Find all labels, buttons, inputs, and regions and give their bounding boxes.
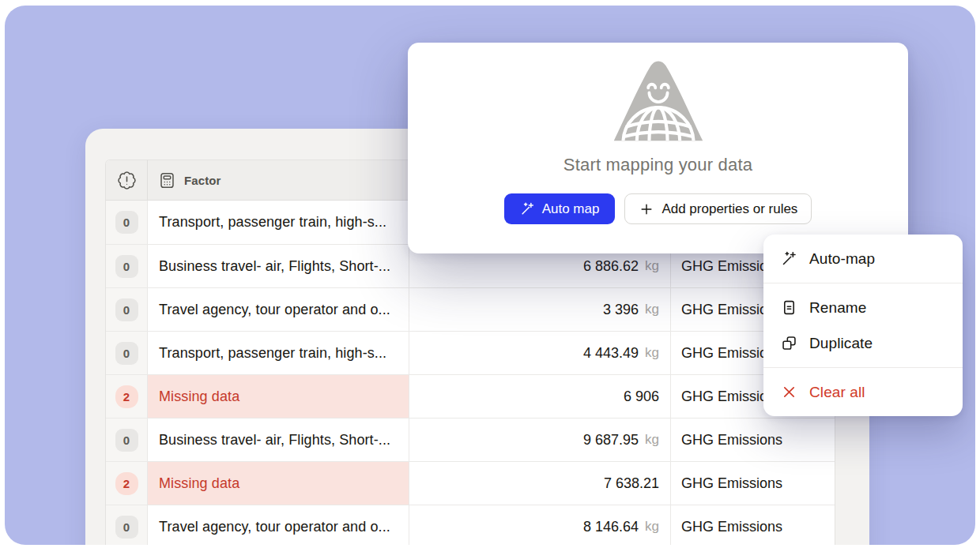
category-text: GHG Emissions bbox=[681, 432, 782, 449]
auto-map-button[interactable]: Auto map bbox=[504, 193, 616, 224]
magic-wand-icon bbox=[781, 250, 797, 267]
row-category-cell[interactable]: GHG Emissions bbox=[671, 505, 835, 545]
alert-count-badge: 0 bbox=[115, 429, 138, 452]
alert-count-badge: 0 bbox=[115, 516, 138, 539]
alert-count-badge: 2 bbox=[115, 472, 138, 495]
copy-icon bbox=[781, 335, 797, 351]
value-text: 6 906 bbox=[624, 388, 659, 405]
unit-text: kg bbox=[645, 302, 659, 317]
alert-count-badge: 0 bbox=[115, 298, 138, 321]
row-value-cell[interactable]: 7 638.21 bbox=[409, 462, 671, 505]
start-mapping-modal: Start mapping your data Auto map bbox=[408, 43, 908, 253]
factor-text: Missing data bbox=[159, 475, 239, 492]
row-factor-cell[interactable]: Missing data bbox=[148, 462, 409, 505]
factor-text: Travel agency, tour operator and o... bbox=[159, 519, 390, 535]
menu-item-label: Auto-map bbox=[809, 250, 875, 268]
row-factor-cell[interactable]: Missing data bbox=[148, 375, 409, 418]
row-alert-cell: 0 bbox=[106, 505, 148, 545]
value-text: 6 886.62 bbox=[583, 258, 639, 275]
menu-item-clear-all[interactable]: Clear all bbox=[763, 374, 963, 410]
row-alert-cell: 0 bbox=[106, 288, 148, 331]
context-menu: Auto-map Rename bbox=[763, 235, 963, 416]
row-value-cell[interactable]: 9 687.95 kg bbox=[409, 419, 671, 461]
value-text: 9 687.95 bbox=[583, 432, 639, 449]
modal-actions: Auto map Add properties or rules bbox=[408, 193, 908, 224]
table-row[interactable]: 0 Business travel- air, Flights, Short-.… bbox=[106, 418, 835, 461]
factor-column-label: Factor bbox=[184, 174, 220, 187]
factor-text: Transport, passenger train, high-s... bbox=[159, 345, 386, 362]
unit-text: kg bbox=[645, 519, 659, 535]
alert-count-badge: 0 bbox=[115, 342, 138, 365]
menu-item-label: Clear all bbox=[809, 384, 865, 401]
menu-item-auto-map[interactable]: Auto-map bbox=[763, 241, 963, 276]
table-row[interactable]: 0 Travel agency, tour operator and o... … bbox=[106, 287, 835, 331]
purple-background-panel: Factor 0 Transport, passenger train, hig… bbox=[5, 6, 975, 545]
row-alert-cell: 0 bbox=[106, 419, 148, 461]
x-icon bbox=[781, 384, 797, 400]
factor-text: Travel agency, tour operator and o... bbox=[159, 302, 390, 318]
row-category-cell[interactable]: GHG Emissions bbox=[671, 462, 835, 505]
row-value-cell[interactable]: 6 906 bbox=[409, 375, 671, 418]
context-menu-group-middle: Rename Duplicate bbox=[763, 283, 963, 367]
category-text: GHG Emissions bbox=[681, 519, 782, 535]
alert-count-badge: 0 bbox=[115, 255, 138, 278]
modal-title: Start mapping your data bbox=[408, 155, 908, 175]
table-row[interactable]: 2 Missing data 7 638.21 GHG Emissions bbox=[106, 461, 835, 505]
row-alert-cell: 2 bbox=[106, 375, 148, 418]
row-factor-cell[interactable]: Business travel- air, Flights, Short-... bbox=[148, 419, 409, 461]
calculator-icon bbox=[158, 171, 176, 190]
menu-item-label: Rename bbox=[809, 299, 866, 317]
table-row[interactable]: 2 Missing data 6 906 GHG Emissions bbox=[106, 374, 835, 418]
value-text: 8 146.64 bbox=[583, 519, 639, 535]
table-row[interactable]: 0 Travel agency, tour operator and o... … bbox=[106, 505, 835, 545]
screenshot-stage: Factor 0 Transport, passenger train, hig… bbox=[0, 0, 980, 548]
row-factor-cell[interactable]: Business travel- air, Flights, Short-... bbox=[148, 245, 409, 287]
value-text: 3 396 bbox=[603, 302, 639, 318]
alert-column-header[interactable] bbox=[106, 160, 148, 200]
alert-count-badge: 0 bbox=[115, 211, 138, 234]
context-menu-group-bottom: Clear all bbox=[763, 367, 963, 416]
table-row[interactable]: 0 Transport, passenger train, high-s... … bbox=[106, 331, 835, 374]
menu-item-rename[interactable]: Rename bbox=[763, 290, 963, 325]
row-value-cell[interactable]: 3 396 kg bbox=[409, 288, 671, 331]
factor-text: Business travel- air, Flights, Short-... bbox=[159, 432, 390, 449]
row-alert-cell: 0 bbox=[106, 245, 148, 287]
unit-text: kg bbox=[645, 432, 659, 448]
unit-text: kg bbox=[645, 258, 659, 274]
globe-mountain-mascot-icon bbox=[609, 58, 707, 142]
factor-text: Business travel- air, Flights, Short-... bbox=[159, 258, 390, 275]
magic-wand-icon bbox=[520, 201, 535, 216]
row-factor-cell[interactable]: Transport, passenger train, high-s... bbox=[148, 332, 409, 374]
row-factor-cell[interactable]: Transport, passenger train, high-s... bbox=[148, 201, 409, 244]
factor-column-header[interactable]: Factor bbox=[148, 160, 409, 200]
menu-item-duplicate[interactable]: Duplicate bbox=[763, 325, 963, 361]
value-text: 4 443.49 bbox=[583, 345, 639, 362]
category-text: GHG Emissions bbox=[681, 475, 782, 492]
context-menu-group-top: Auto-map bbox=[763, 235, 963, 283]
row-alert-cell: 0 bbox=[106, 201, 148, 244]
add-properties-button[interactable]: Add properties or rules bbox=[624, 193, 812, 224]
factor-text: Missing data bbox=[159, 388, 239, 405]
document-icon bbox=[781, 299, 797, 316]
menu-item-label: Duplicate bbox=[809, 335, 873, 352]
row-value-cell[interactable]: 4 443.49 kg bbox=[409, 332, 671, 374]
factor-text: Transport, passenger train, high-s... bbox=[159, 214, 386, 231]
row-factor-cell[interactable]: Travel agency, tour operator and o... bbox=[148, 288, 409, 331]
value-text: 7 638.21 bbox=[604, 475, 659, 492]
row-value-cell[interactable]: 8 146.64 kg bbox=[409, 505, 671, 545]
row-alert-cell: 2 bbox=[106, 462, 148, 505]
row-factor-cell[interactable]: Travel agency, tour operator and o... bbox=[148, 505, 409, 545]
add-properties-button-label: Add properties or rules bbox=[662, 201, 797, 217]
row-category-cell[interactable]: GHG Emissions bbox=[671, 419, 835, 461]
unit-text: kg bbox=[645, 345, 659, 361]
auto-map-button-label: Auto map bbox=[542, 201, 600, 217]
alert-badge-icon bbox=[117, 171, 137, 190]
plus-icon bbox=[639, 201, 654, 217]
row-alert-cell: 0 bbox=[106, 332, 148, 374]
alert-count-badge: 2 bbox=[115, 385, 138, 408]
